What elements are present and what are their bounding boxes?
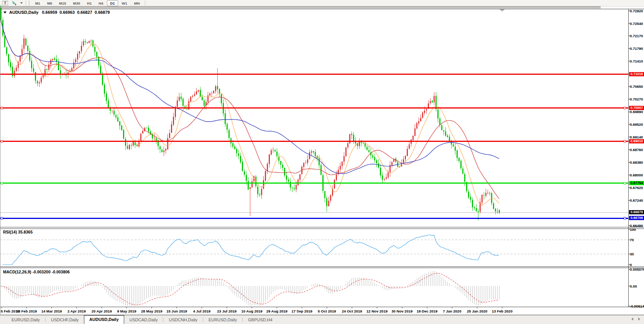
candlesticks — [0, 5, 500, 220]
collapse-icon[interactable] — [3, 12, 7, 13]
tab-scroll-right-icon[interactable] — [638, 317, 640, 321]
horizontal-level-line[interactable] — [0, 182, 628, 184]
line-handle — [624, 182, 626, 184]
macd-indicator-label: MACD(12,26,9) -0.003200 -0.003806 — [3, 270, 70, 274]
ohlc-quote: 0.669590.669630.668270.66879 — [42, 10, 112, 15]
chart-tab-usdchf-daily[interactable]: USDCHF,Daily — [46, 316, 84, 324]
ma-slow-line — [1, 20, 499, 174]
line-handle — [624, 217, 626, 219]
quote-high: 0.66963 — [59, 10, 75, 15]
chart-tab-usdcnh-daily[interactable]: USDCNH,Daily — [163, 316, 203, 324]
line-handle — [1, 107, 3, 109]
quote-open: 0.66959 — [42, 10, 57, 15]
tab-scroll-left-icon[interactable] — [631, 317, 633, 321]
rsi-line — [3, 235, 499, 265]
line-handle — [1, 217, 3, 219]
quote-close: 0.66879 — [95, 10, 110, 15]
line-handle — [624, 140, 626, 142]
line-handle — [1, 140, 3, 142]
metatrader-window: T M1M5M15M30H1H4D1W1MN 0.710160.700070.6… — [0, 0, 644, 324]
chart-tab-gbpusd-h4[interactable]: GBPUSD,H4 — [243, 316, 278, 324]
symbol-period-label: AUDUSD,Daily — [9, 10, 38, 15]
horizontal-level-line[interactable] — [0, 217, 628, 219]
line-handle — [624, 107, 626, 109]
tab-scroll-arrows — [631, 317, 640, 321]
line-handle — [1, 182, 3, 184]
chart-tab-eurusd-daily[interactable]: EURUSD,Daily — [6, 316, 45, 324]
quote-low: 0.66827 — [77, 10, 92, 15]
horizontal-level-line[interactable] — [0, 140, 628, 142]
rsi-levels — [0, 240, 628, 254]
chart-tab-bar: EURUSD,DailyUSDCHF,DailyAUDUSD,DailyUSDC… — [0, 315, 644, 324]
horizontal-level-line[interactable] — [0, 107, 628, 109]
chart-tab-usdcad-daily[interactable]: USDCAD,Daily — [124, 316, 163, 324]
rsi-indicator-label: RSI(14) 35.8365 — [3, 230, 33, 234]
chart-tab-audusd-daily[interactable]: AUDUSD,Daily — [84, 315, 124, 324]
chart-title: AUDUSD,Daily 0.669590.669630.668270.6687… — [3, 10, 112, 15]
chart-canvas[interactable] — [0, 0, 644, 324]
chart-tab-eurusd-daily[interactable]: EURUSD,Daily — [203, 316, 242, 324]
shift-marker-icon — [499, 9, 505, 12]
